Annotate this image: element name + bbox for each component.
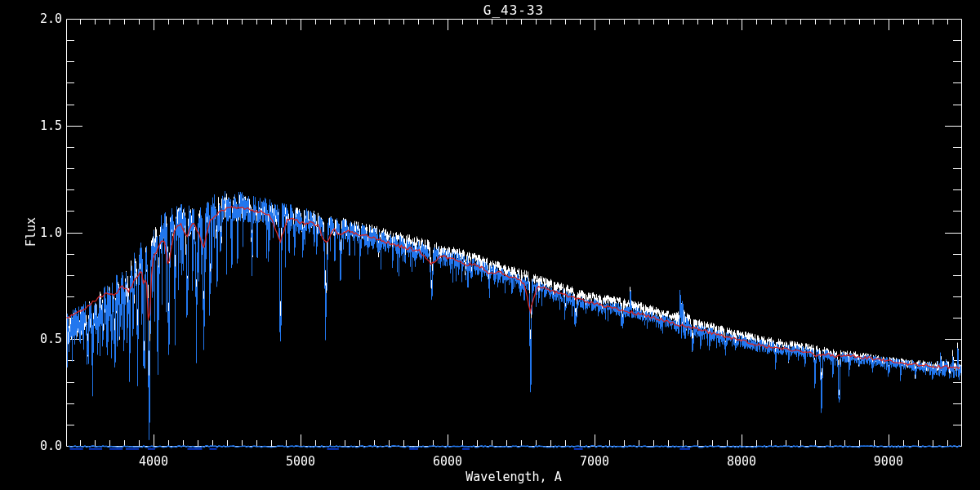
y-tick-label: 1.0	[40, 225, 62, 240]
x-tick-label: 7000	[580, 454, 609, 469]
y-tick-label: 2.0	[40, 11, 62, 26]
plot-canvas	[0, 0, 980, 490]
y-axis-label: Flux	[24, 217, 38, 247]
x-tick-label: 5000	[286, 454, 315, 469]
chart-title: G_43-33	[483, 2, 544, 18]
x-tick-label: 4000	[139, 454, 168, 469]
y-tick-label: 0.0	[40, 439, 62, 453]
x-axis-label: Wavelength, A	[466, 470, 561, 484]
x-tick-label: 8000	[727, 454, 756, 469]
x-tick-label: 9000	[874, 454, 903, 469]
y-tick-label: 0.5	[40, 332, 62, 346]
y-tick-label: 1.5	[40, 118, 62, 133]
x-tick-label: 6000	[433, 454, 462, 469]
spectrum-chart: G_43-33 Wavelength, A Flux 4000500060007…	[0, 0, 980, 490]
